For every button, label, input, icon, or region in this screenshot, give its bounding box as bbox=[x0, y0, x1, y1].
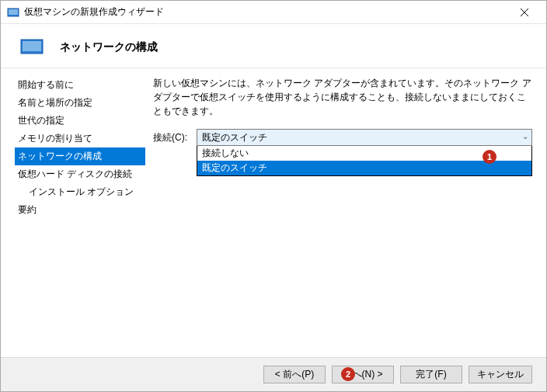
wizard-steps: 開始する前に 名前と場所の指定 世代の指定 メモリの割り当て ネットワークの構成… bbox=[1, 68, 145, 340]
close-button[interactable] bbox=[509, 2, 540, 23]
footer: < 前へ(P) 次へ(N) > 完了(F) キャンセル bbox=[1, 357, 546, 391]
wizard-icon bbox=[19, 38, 44, 57]
dropdown-option-default-switch[interactable]: 既定のスイッチ bbox=[197, 161, 531, 175]
connection-row: 接続(C): 既定のスイッチ ⌄ 接続しない 既定のスイッチ bbox=[153, 129, 532, 176]
description-text: 新しい仮想マシンには、ネットワーク アダプターが含まれています。そのネットワーク… bbox=[153, 76, 532, 118]
connection-combobox[interactable]: 既定のスイッチ ⌄ bbox=[197, 129, 532, 146]
step-name-location[interactable]: 名前と場所の指定 bbox=[15, 94, 145, 112]
step-before-begin[interactable]: 開始する前に bbox=[15, 76, 145, 94]
chevron-down-icon: ⌄ bbox=[522, 132, 528, 140]
cancel-button[interactable]: キャンセル bbox=[469, 366, 532, 383]
titlebar: 仮想マシンの新規作成ウィザード bbox=[1, 1, 546, 24]
annotation-badge-2: 2 bbox=[341, 367, 355, 381]
connection-combo-wrap: 既定のスイッチ ⌄ 接続しない 既定のスイッチ bbox=[197, 129, 532, 176]
step-summary[interactable]: 要約 bbox=[15, 201, 145, 219]
page-heading: ネットワークの構成 bbox=[60, 40, 158, 54]
svg-rect-5 bbox=[23, 41, 41, 51]
content: 開始する前に 名前と場所の指定 世代の指定 メモリの割り当て ネットワークの構成… bbox=[1, 68, 546, 340]
finish-button[interactable]: 完了(F) bbox=[400, 366, 462, 383]
window-title: 仮想マシンの新規作成ウィザード bbox=[24, 5, 509, 19]
step-networking[interactable]: ネットワークの構成 bbox=[15, 147, 145, 165]
step-memory[interactable]: メモリの割り当て bbox=[15, 130, 145, 147]
connection-dropdown: 接続しない 既定のスイッチ bbox=[197, 146, 532, 176]
app-icon bbox=[7, 6, 19, 19]
connection-label: 接続(C): bbox=[153, 129, 197, 144]
combo-selected-value: 既定のスイッチ bbox=[202, 131, 267, 144]
step-vhd[interactable]: 仮想ハード ディスクの接続 bbox=[15, 165, 145, 183]
step-generation[interactable]: 世代の指定 bbox=[15, 112, 145, 130]
main-panel: 新しい仮想マシンには、ネットワーク アダプターが含まれています。そのネットワーク… bbox=[145, 68, 546, 340]
prev-button[interactable]: < 前へ(P) bbox=[263, 366, 326, 383]
svg-rect-1 bbox=[9, 9, 18, 15]
annotation-badge-1: 1 bbox=[483, 150, 496, 164]
dropdown-option-none[interactable]: 接続しない bbox=[197, 146, 531, 161]
step-install-options[interactable]: インストール オプション bbox=[15, 183, 145, 201]
page-header: ネットワークの構成 bbox=[1, 24, 546, 68]
